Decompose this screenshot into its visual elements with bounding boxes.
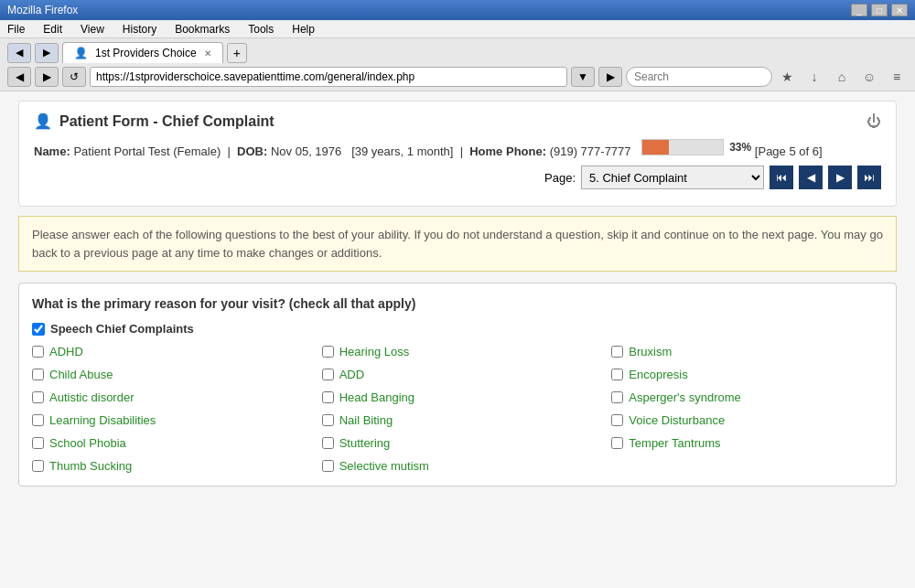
complaint-checkbox-voice[interactable] [611,414,623,426]
complaint-link-encopresis[interactable]: Encopresis [629,368,687,381]
complaint-checkbox-aspergers[interactable] [611,391,623,403]
complaint-checkbox-head-banging[interactable] [322,391,334,403]
page-indicator: [Page 5 of 6] [755,144,823,158]
last-page-button[interactable]: ⏭ [857,166,881,189]
maximize-button[interactable]: □ [871,4,888,16]
page-select-top[interactable]: 1. Personal Information 2. Medical Histo… [581,166,764,189]
complaint-link-temper[interactable]: Temper Tantrums [629,436,720,450]
menu-help[interactable]: Help [288,21,318,37]
complaint-link-child-abuse[interactable]: Child Abuse [49,368,113,381]
complaint-link-autistic[interactable]: Autistic disorder [49,390,134,404]
browser-back-button[interactable]: ◀ [7,43,31,63]
list-item: Head Banging [322,390,594,404]
complaint-link-add[interactable]: ADD [339,368,364,381]
complaint-checkbox-adhd[interactable] [32,346,44,358]
list-item: Hearing Loss [322,345,594,358]
complaint-checkbox-learning[interactable] [32,414,44,426]
complaint-checkbox-encopresis[interactable] [611,369,623,380]
list-item: Bruxism [611,345,883,358]
dob-label: DOB: [237,144,267,158]
patient-name: Patient Portal Test (Female) [73,144,221,158]
page-label-top: Page: [544,171,576,185]
list-item: ADD [322,368,594,381]
home-icon[interactable]: ⌂ [831,67,853,87]
pocket-icon[interactable]: ★ [776,67,798,87]
browser-forward-button[interactable]: ▶ [35,43,59,63]
progress-label: 33% [729,141,751,154]
complaint-link-adhd[interactable]: ADHD [49,345,83,358]
os-window-controls[interactable]: _ □ ✕ [851,4,908,16]
question-title: What is the primary reason for your visi… [32,296,883,311]
list-item: Voice Disturbance [611,413,883,427]
complaint-checkbox-autistic[interactable] [32,391,44,403]
menu-file[interactable]: File [4,21,28,37]
complaint-checkbox-temper[interactable] [611,437,623,449]
complaint-checkbox-nail-biting[interactable] [322,414,334,426]
complaint-checkbox-thumb[interactable] [32,460,44,472]
complaint-checkbox-school-phobia[interactable] [32,437,44,449]
complaint-link-aspergers[interactable]: Asperger's syndrome [629,390,740,404]
complaint-link-selective-mutism[interactable]: Selective mutism [339,459,429,473]
menu-bookmarks[interactable]: Bookmarks [171,21,233,37]
progress-fill [642,140,669,155]
list-item: Thumb Sucking [32,459,304,473]
complaint-link-stuttering[interactable]: Stuttering [339,436,391,450]
dropdown-button[interactable]: ▼ [571,67,595,87]
next-page-button[interactable]: ▶ [828,166,852,189]
tab-title: 1st Providers Choice [95,47,197,59]
complaint-checkbox-selective-mutism[interactable] [322,460,334,472]
download-icon[interactable]: ↓ [803,67,825,87]
new-tab-button[interactable]: + [227,43,247,63]
complaint-link-nail-biting[interactable]: Nail Biting [339,413,393,427]
patient-age: [39 years, 1 month] [351,144,453,158]
section-header: Speech Chief Complaints [32,322,883,336]
first-page-button[interactable]: ⏮ [770,166,793,189]
instruction-text: Please answer each of the following ques… [32,228,883,260]
list-item: ADHD [32,345,304,358]
list-item: Autistic disorder [32,390,304,404]
os-titlebar: Mozilla Firefox _ □ ✕ [0,0,915,20]
back-button[interactable]: ◀ [7,67,31,87]
power-icon[interactable]: ⏻ [867,113,881,130]
complaint-link-hearing-loss[interactable]: Hearing Loss [339,345,410,358]
progress-container: 33% [641,139,751,155]
menu-icon[interactable]: ≡ [886,67,908,87]
instruction-box: Please answer each of the following ques… [18,216,897,272]
person-icon[interactable]: ☺ [858,67,880,87]
tab-close-button[interactable]: ✕ [204,48,211,59]
menu-view[interactable]: View [77,21,108,37]
reload-button[interactable]: ↺ [62,67,86,87]
complaint-link-thumb[interactable]: Thumb Sucking [49,459,132,473]
complaint-checkbox-stuttering[interactable] [322,437,334,449]
complaints-grid: ADHD Hearing Loss Bruxism Child Abuse AD… [32,345,883,473]
menu-bar: File Edit View History Bookmarks Tools H… [0,20,915,38]
forward-button[interactable]: ▶ [35,67,59,87]
close-button[interactable]: ✕ [891,4,908,16]
page-nav-top: Page: 1. Personal Information 2. Medical… [34,166,881,189]
prev-page-button[interactable]: ◀ [799,166,823,189]
menu-edit[interactable]: Edit [39,21,66,37]
list-item: Stuttering [322,436,594,450]
complaint-link-voice[interactable]: Voice Disturbance [629,413,725,427]
menu-tools[interactable]: Tools [244,21,277,37]
search-input[interactable] [626,67,772,87]
complaint-checkbox-child-abuse[interactable] [32,369,44,380]
patient-phone: (919) 777-7777 [550,144,631,158]
complaint-checkbox-bruxism[interactable] [611,346,623,358]
list-item: Temper Tantrums [611,436,883,450]
section-checkbox[interactable] [32,323,45,336]
go-button[interactable]: ▶ [598,67,622,87]
minimize-button[interactable]: _ [851,4,867,16]
menu-history[interactable]: History [119,21,160,37]
complaint-link-school-phobia[interactable]: School Phobia [49,436,126,450]
list-item: Asperger's syndrome [611,390,883,404]
complaint-checkbox-add[interactable] [322,369,334,380]
complaint-link-bruxism[interactable]: Bruxism [629,345,672,358]
complaint-link-learning[interactable]: Learning Disabilities [49,413,156,427]
complaint-checkbox-hearing-loss[interactable] [322,346,334,358]
active-tab[interactable]: 👤 1st Providers Choice ✕ [62,42,223,63]
patient-info: Name: Patient Portal Test (Female) | DOB… [34,139,881,158]
name-label: Name: [34,144,70,158]
complaint-link-head-banging[interactable]: Head Banging [339,390,414,404]
url-input[interactable] [90,67,567,87]
